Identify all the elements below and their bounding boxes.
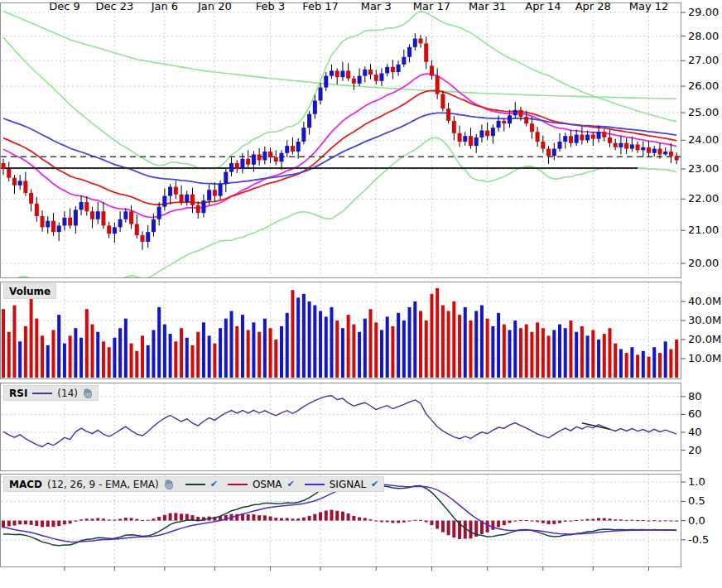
osma-label: OSMA — [253, 479, 282, 490]
price-axis-label: 25.00 — [688, 106, 722, 118]
rsi-axis-label: 60 — [688, 407, 722, 420]
date-axis-label: Feb 3 — [244, 0, 297, 12]
signal-label: SIGNAL — [330, 479, 366, 490]
chart-canvas[interactable] — [0, 0, 722, 588]
rsi-params: (14) — [57, 388, 78, 399]
macd-legend-chip[interactable]: MACD (12, 26, 9 - EMA, EMA) ✔ OSMA ✔ SIG… — [3, 476, 384, 492]
price-axis-label: 26.00 — [688, 80, 722, 92]
date-axis-label: Jan 6 — [138, 0, 191, 12]
rsi-line-sample — [32, 393, 52, 394]
date-axis-label: Mar 17 — [405, 0, 458, 12]
price-axis-label: 24.00 — [688, 133, 722, 146]
macd-axis-label: 0.0 — [688, 514, 722, 527]
macd-axis-label: 1.0 — [688, 475, 722, 488]
macd-line-sample — [185, 484, 205, 485]
rsi-axis-label: 40 — [688, 426, 722, 438]
volume-label: Volume — [9, 286, 51, 297]
osma-visible-check-icon[interactable]: ✔ — [287, 480, 295, 489]
macd-axis-label: 0.5 — [688, 494, 722, 507]
date-axis-label: Apr 28 — [566, 0, 619, 12]
volume-axis-label: 30.0M — [688, 314, 722, 326]
price-axis-label: 22.00 — [688, 192, 722, 205]
signal-line-sample — [305, 484, 325, 485]
rsi-axis-label: 80 — [688, 390, 722, 402]
date-axis-label: Mar 31 — [461, 0, 514, 12]
date-axis-label: Dec 23 — [88, 0, 141, 12]
date-axis-label: May 12 — [623, 0, 676, 12]
volume-axis-label: 40.0M — [688, 295, 722, 307]
date-axis-label: Apr 14 — [517, 0, 570, 12]
stock-chart-window: Volume RSI (14) MACD (12, 26, 9 - EMA, E… — [0, 0, 722, 588]
price-axis-label: 23.00 — [688, 162, 722, 175]
drag-hand-icon[interactable] — [83, 388, 93, 398]
date-axis-label: Mar 3 — [349, 0, 402, 12]
date-axis-label: Dec 9 — [38, 0, 91, 12]
signal-visible-check-icon[interactable]: ✔ — [371, 480, 378, 489]
date-axis-label: Feb 17 — [294, 0, 347, 12]
price-axis-label: 27.00 — [688, 54, 722, 66]
volume-legend-chip[interactable]: Volume — [3, 283, 56, 299]
volume-axis-label: 10.0M — [688, 352, 722, 364]
osma-line-sample — [228, 484, 248, 485]
volume-axis-label: 20.0M — [688, 333, 722, 345]
price-axis-label: 20.00 — [688, 257, 722, 269]
macd-axis-label: -0.5 — [688, 533, 722, 546]
macd-params: (12, 26, 9 - EMA, EMA) — [47, 479, 159, 490]
price-axis-label: 21.00 — [688, 224, 722, 236]
rsi-label: RSI — [9, 388, 27, 399]
rsi-axis-label: 20 — [688, 444, 722, 456]
price-axis-label: 28.00 — [688, 30, 722, 42]
rsi-legend-chip[interactable]: RSI (14) — [3, 385, 99, 401]
price-axis-label: 29.00 — [688, 6, 722, 18]
drag-hand-icon[interactable] — [164, 480, 174, 489]
macd-visible-check-icon[interactable]: ✔ — [210, 480, 218, 489]
date-axis-label: Jan 20 — [188, 0, 241, 12]
macd-label: MACD — [9, 479, 42, 490]
